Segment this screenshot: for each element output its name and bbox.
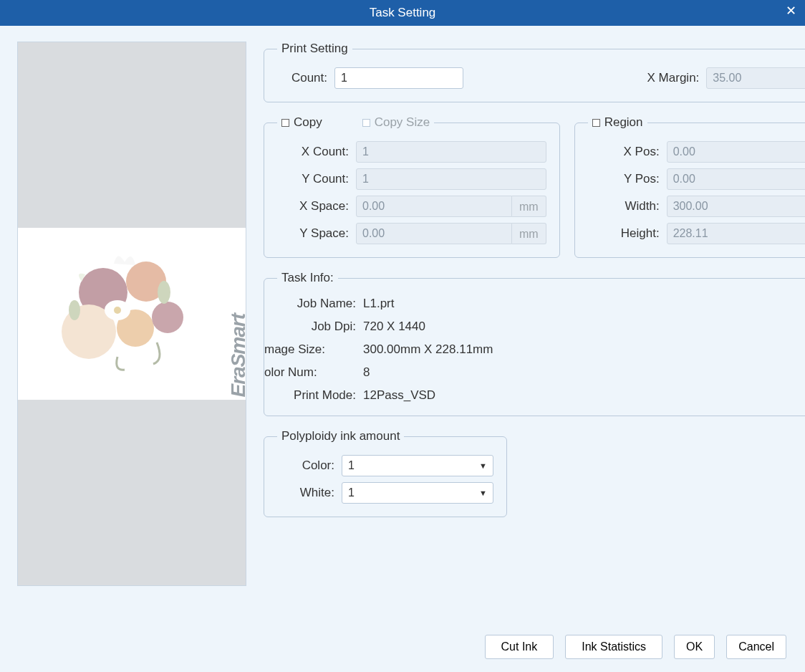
xmargin-label: X Margin: bbox=[627, 71, 699, 85]
width-input bbox=[667, 196, 805, 217]
yspace-label: Y Space: bbox=[277, 226, 349, 241]
xcount-label: X Count: bbox=[277, 145, 349, 159]
svg-point-8 bbox=[69, 300, 80, 320]
yspace-unit: mm bbox=[512, 223, 546, 244]
task-info-group: Task Info: Job Name:L1.prt Job Dpi:720 X… bbox=[264, 271, 805, 416]
preview-panel: EraSmart bbox=[17, 42, 246, 586]
jobdpi-label: Job Dpi: bbox=[270, 320, 356, 334]
colornum-value: 8 bbox=[363, 365, 370, 380]
footer-buttons: Cut Ink Ink Statistics OK Cancel bbox=[485, 635, 786, 659]
ink-statistics-button[interactable]: Ink Statistics bbox=[565, 635, 662, 659]
ypos-label: Y Pos: bbox=[588, 172, 660, 186]
ycount-label: Y Count: bbox=[277, 172, 349, 186]
region-checkbox[interactable]: Region bbox=[592, 115, 643, 130]
xpos-label: X Pos: bbox=[588, 145, 660, 159]
watermark-text: EraSmart bbox=[227, 314, 250, 398]
width-label: Width: bbox=[588, 199, 660, 213]
polyploidy-legend: Polyploidy ink amount bbox=[277, 429, 404, 443]
preview-image: EraSmart bbox=[18, 228, 246, 400]
poly-color-label: Color: bbox=[277, 459, 334, 473]
xmargin-input bbox=[706, 67, 805, 89]
height-input bbox=[667, 223, 805, 244]
jobname-label: Job Name: bbox=[270, 297, 356, 311]
copy-size-checkbox: Copy Size bbox=[362, 115, 430, 130]
poly-white-label: White: bbox=[277, 486, 334, 500]
printmode-value: 12Pass_VSD bbox=[363, 388, 435, 403]
print-setting-group: Print Setting Count: X Margin: mm bbox=[264, 42, 805, 102]
flower-image bbox=[46, 242, 218, 385]
svg-point-6 bbox=[114, 307, 121, 314]
xpos-input bbox=[667, 141, 805, 163]
xcount-input bbox=[356, 141, 546, 163]
copy-checkbox[interactable]: Copy bbox=[281, 115, 322, 130]
xspace-label: X Space: bbox=[277, 199, 349, 213]
poly-color-select[interactable]: 1▼ bbox=[342, 455, 493, 476]
imagesize-value: 300.00mm X 228.11mm bbox=[363, 342, 493, 357]
task-info-legend: Task Info: bbox=[277, 271, 338, 285]
ok-button[interactable]: OK bbox=[674, 635, 715, 659]
cancel-button[interactable]: Cancel bbox=[726, 635, 786, 659]
yspace-input bbox=[356, 223, 512, 244]
printmode-label: Print Mode: bbox=[264, 388, 356, 403]
titlebar: Task Setting ✕ bbox=[0, 0, 805, 26]
colornum-label: olor Num: bbox=[264, 365, 356, 380]
jobdpi-value: 720 X 1440 bbox=[363, 320, 425, 334]
poly-white-select[interactable]: 1▼ bbox=[342, 482, 493, 504]
chevron-down-icon: ▼ bbox=[479, 489, 487, 497]
xspace-input bbox=[356, 196, 512, 217]
height-label: Height: bbox=[588, 226, 660, 241]
jobname-value: L1.prt bbox=[363, 297, 394, 311]
ycount-input bbox=[356, 168, 546, 190]
svg-point-4 bbox=[152, 302, 183, 333]
imagesize-label: mage Size: bbox=[264, 342, 356, 357]
svg-point-7 bbox=[158, 281, 170, 304]
region-group: Region X Pos: mm Y Pos: mm bbox=[574, 115, 805, 258]
close-icon[interactable]: ✕ bbox=[786, 3, 796, 19]
xspace-unit: mm bbox=[512, 196, 546, 217]
cut-ink-button[interactable]: Cut Ink bbox=[485, 635, 554, 659]
polyploidy-group: Polyploidy ink amount Color: 1▼ White: 1… bbox=[264, 429, 507, 517]
count-label: Count: bbox=[277, 71, 327, 85]
ypos-input bbox=[667, 168, 805, 190]
count-input[interactable] bbox=[334, 67, 463, 89]
window-title: Task Setting bbox=[370, 6, 436, 20]
print-setting-legend: Print Setting bbox=[277, 42, 352, 56]
chevron-down-icon: ▼ bbox=[479, 461, 487, 470]
copy-group: Copy Copy Size X Count: Y Count: X Space… bbox=[264, 115, 560, 258]
